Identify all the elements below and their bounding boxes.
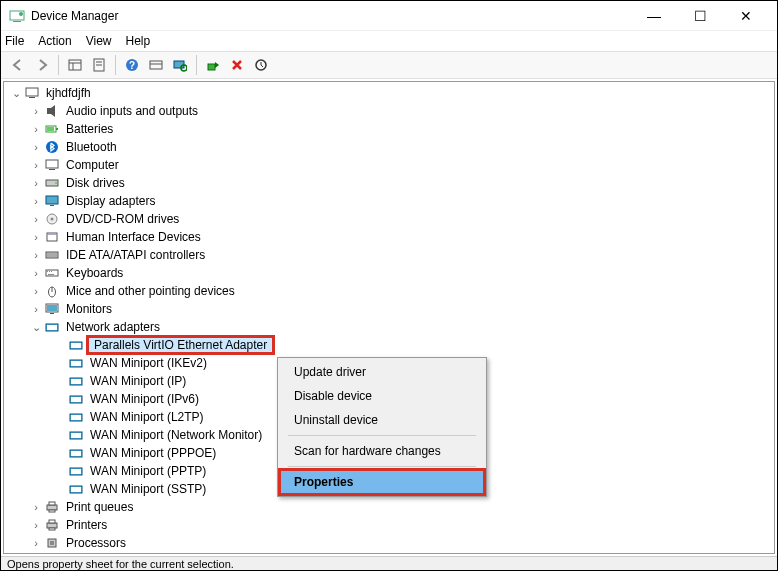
svg-rect-60 <box>71 433 81 438</box>
category-network-adapters[interactable]: Network adapters <box>4 318 774 336</box>
category-label: Keyboards <box>64 266 125 280</box>
device-label: WAN Miniport (L2TP) <box>88 410 206 424</box>
device-label: WAN Miniport (IPv6) <box>88 392 201 406</box>
view-button[interactable] <box>145 54 167 76</box>
expander-icon[interactable] <box>28 520 44 531</box>
category-node[interactable]: Monitors <box>4 300 774 318</box>
device-label: WAN Miniport (IP) <box>88 374 188 388</box>
cpu-icon <box>44 535 60 551</box>
context-properties[interactable]: Properties <box>280 470 484 494</box>
expander-icon[interactable] <box>28 322 44 333</box>
help-button[interactable]: ? <box>121 54 143 76</box>
menu-action[interactable]: Action <box>38 34 71 48</box>
expander-icon[interactable] <box>28 196 44 207</box>
device-label: WAN Miniport (PPPOE) <box>88 446 218 460</box>
category-node[interactable]: Printers <box>4 516 774 534</box>
update-driver-button[interactable] <box>250 54 272 76</box>
close-button[interactable]: ✕ <box>723 1 769 31</box>
category-node[interactable]: DVD/CD-ROM drives <box>4 210 774 228</box>
category-node[interactable]: Human Interface Devices <box>4 228 774 246</box>
expander-icon[interactable] <box>28 286 44 297</box>
expander-icon[interactable] <box>28 250 44 261</box>
show-hide-button[interactable] <box>64 54 86 76</box>
context-uninstall-device[interactable]: Uninstall device <box>280 408 484 432</box>
category-node[interactable]: Disk drives <box>4 174 774 192</box>
properties-button[interactable] <box>88 54 110 76</box>
ide-icon <box>44 247 60 263</box>
category-node[interactable]: Computer <box>4 156 774 174</box>
expander-icon[interactable] <box>28 538 44 549</box>
svg-rect-72 <box>49 528 55 530</box>
uninstall-button[interactable] <box>226 54 248 76</box>
svg-rect-15 <box>208 64 215 70</box>
svg-rect-66 <box>71 487 81 492</box>
context-update-driver[interactable]: Update driver <box>280 360 484 384</box>
svg-text:?: ? <box>129 60 135 71</box>
expander-icon[interactable] <box>28 268 44 279</box>
expander-icon[interactable] <box>28 214 44 225</box>
category-node[interactable]: Display adapters <box>4 192 774 210</box>
back-button[interactable] <box>7 54 29 76</box>
window-title: Device Manager <box>31 9 631 23</box>
device-label: WAN Miniport (IKEv2) <box>88 356 209 370</box>
svg-rect-11 <box>150 61 162 69</box>
computer-icon <box>44 157 60 173</box>
disk-icon <box>44 175 60 191</box>
category-node[interactable]: Audio inputs and outputs <box>4 102 774 120</box>
category-node[interactable]: Keyboards <box>4 264 774 282</box>
menu-bar: File Action View Help <box>1 31 777 51</box>
svg-rect-58 <box>71 415 81 420</box>
expander-icon[interactable] <box>28 178 44 189</box>
maximize-button[interactable]: ☐ <box>677 1 723 31</box>
status-bar: Opens property sheet for the current sel… <box>1 556 777 571</box>
context-separator <box>288 435 476 436</box>
device-node[interactable]: Parallels VirtIO Ethernet Adapter <box>4 336 774 354</box>
category-label: Print queues <box>64 500 135 514</box>
menu-file[interactable]: File <box>5 34 24 48</box>
category-node[interactable]: Mice and other pointing devices <box>4 282 774 300</box>
mouse-icon <box>44 283 60 299</box>
app-icon <box>9 8 25 24</box>
svg-rect-70 <box>47 523 57 528</box>
device-tree[interactable]: kjhdfdjfh Audio inputs and outputsBatter… <box>3 81 775 554</box>
category-node[interactable]: Print queues <box>4 498 774 516</box>
expander-icon[interactable] <box>28 232 44 243</box>
category-label: IDE ATA/ATAPI controllers <box>64 248 207 262</box>
svg-rect-46 <box>50 313 54 314</box>
enable-device-button[interactable] <box>202 54 224 76</box>
menu-view[interactable]: View <box>86 34 112 48</box>
expander-icon[interactable] <box>28 160 44 171</box>
expander-icon[interactable] <box>28 304 44 315</box>
expander-icon[interactable] <box>28 106 44 117</box>
context-scan-hardware[interactable]: Scan for hardware changes <box>280 439 484 463</box>
category-node[interactable]: Batteries <box>4 120 774 138</box>
svg-rect-28 <box>46 196 58 204</box>
svg-rect-64 <box>71 469 81 474</box>
network-icon <box>44 319 60 335</box>
category-node[interactable]: Processors <box>4 534 774 552</box>
context-disable-device[interactable]: Disable device <box>280 384 484 408</box>
expander-icon[interactable] <box>8 88 24 99</box>
dvd-icon <box>44 211 60 227</box>
expander-icon[interactable] <box>28 502 44 513</box>
category-label: Mice and other pointing devices <box>64 284 237 298</box>
category-label: Audio inputs and outputs <box>64 104 200 118</box>
svg-rect-37 <box>46 270 58 276</box>
forward-button[interactable] <box>31 54 53 76</box>
svg-rect-69 <box>49 510 55 512</box>
network-adapter-icon <box>68 409 84 425</box>
category-label: Computer <box>64 158 121 172</box>
category-node[interactable]: IDE ATA/ATAPI controllers <box>4 246 774 264</box>
category-node[interactable]: Bluetooth <box>4 138 774 156</box>
svg-rect-74 <box>50 541 54 545</box>
root-node[interactable]: kjhdfdjfh <box>4 84 774 102</box>
minimize-button[interactable]: — <box>631 1 677 31</box>
expander-icon[interactable] <box>28 142 44 153</box>
network-adapter-icon <box>68 427 84 443</box>
category-label: Disk drives <box>64 176 127 190</box>
expander-icon[interactable] <box>28 124 44 135</box>
svg-rect-41 <box>48 274 54 275</box>
toolbar: ? <box>1 51 777 79</box>
scan-hardware-button[interactable] <box>169 54 191 76</box>
menu-help[interactable]: Help <box>126 34 151 48</box>
